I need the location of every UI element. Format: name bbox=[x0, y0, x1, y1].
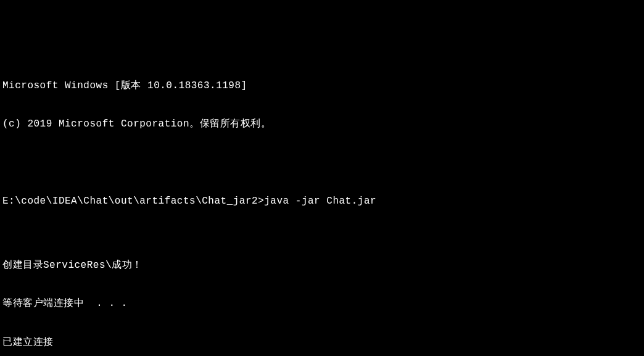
copyright-line: (c) 2019 Microsoft Corporation。保留所有权利。 bbox=[2, 118, 642, 131]
terminal-window[interactable]: Microsoft Windows [版本 10.0.18363.1198] (… bbox=[2, 54, 642, 356]
prompt-path: E:\code\IDEA\Chat\out\artifacts\Chat_jar… bbox=[2, 195, 264, 208]
command-text: java -jar Chat.jar bbox=[264, 195, 376, 208]
output-line: 等待客户端连接中 . . . bbox=[2, 297, 642, 310]
output-line: 已建立连接 bbox=[2, 336, 642, 349]
blank-line bbox=[2, 157, 642, 170]
program-output: 创建目录ServiceRes\成功！ 等待客户端连接中 . . . 已建立连接 … bbox=[2, 233, 642, 356]
command-prompt-line: E:\code\IDEA\Chat\out\artifacts\Chat_jar… bbox=[2, 195, 642, 208]
windows-version-line: Microsoft Windows [版本 10.0.18363.1198] bbox=[2, 80, 642, 93]
output-line: 创建目录ServiceRes\成功！ bbox=[2, 259, 642, 272]
